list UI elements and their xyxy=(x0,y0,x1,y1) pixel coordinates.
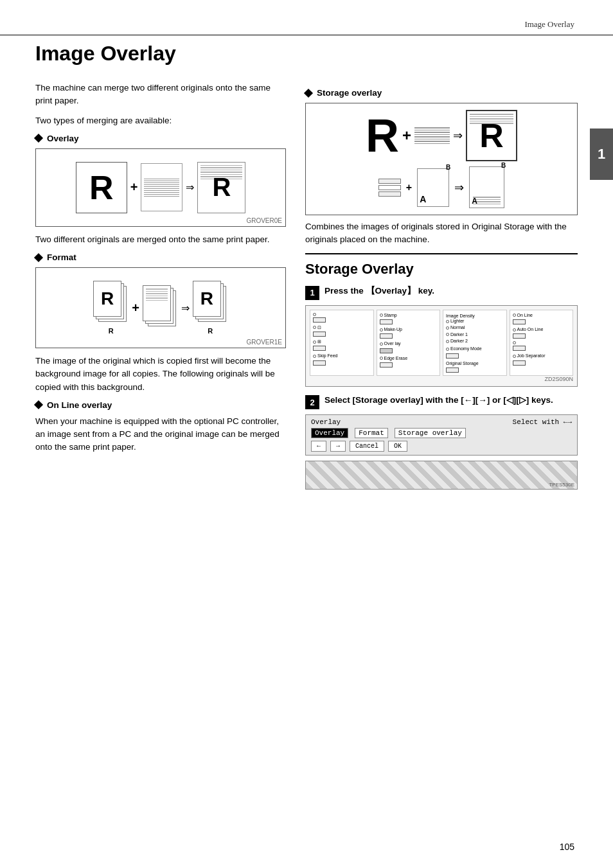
intro-text-2: Two types of merging are available: xyxy=(35,114,286,127)
text-line xyxy=(144,196,179,197)
stor-result-container: B A xyxy=(469,166,504,208)
ab-char: A xyxy=(420,194,426,204)
text-line xyxy=(144,190,179,191)
lcd-items-row: Overlay Format Storage overlay xyxy=(311,428,572,438)
lcd-btn-cancel[interactable]: Cancel xyxy=(350,441,384,452)
big-r-left: R xyxy=(76,162,127,213)
panel-label: ⊡ xyxy=(317,325,321,330)
storage-top-row: R + ⇒ xyxy=(312,110,571,161)
doc-stack-a xyxy=(378,179,401,197)
fmt-line xyxy=(146,291,168,292)
header-title: Image Overlay xyxy=(524,19,574,30)
lcd-item-overlay[interactable]: Overlay xyxy=(311,428,348,438)
fmt-line xyxy=(146,288,168,290)
fmt-r-label-right: R xyxy=(208,327,213,335)
step-2: 2 Select [Storage overlay] with the [←][… xyxy=(305,394,578,490)
stack-a xyxy=(378,179,401,197)
lcd-btn-ok[interactable]: OK xyxy=(388,441,407,452)
panel-circle xyxy=(446,340,449,343)
overlay-heading: Overlay xyxy=(35,134,286,143)
panel-density-label: Image Density xyxy=(446,314,475,318)
fmt-line xyxy=(146,297,168,299)
storage-bottom-row: + B A ⇒ B xyxy=(312,166,571,208)
panel-image-label: ZD2S090N xyxy=(310,376,573,382)
format-diagram-box: R R + xyxy=(35,267,286,348)
r-ov-line xyxy=(470,116,513,118)
ab-box-left: B A xyxy=(417,168,449,207)
page: Image Overlay 1 Image Overlay The machin… xyxy=(0,0,613,868)
storage-overlay-heading: Storage overlay xyxy=(305,88,578,98)
panel-rect xyxy=(513,346,526,351)
text-line xyxy=(144,192,179,193)
panel-item xyxy=(513,341,571,344)
panel-rect xyxy=(380,333,393,339)
ab-box-right: B A xyxy=(469,166,504,208)
format-heading-text: Format xyxy=(47,252,76,262)
panel-item: Over lay xyxy=(380,341,438,346)
panel-skip-label: Skip Feed xyxy=(317,353,338,359)
lcd-screen: Overlay Select with ←→ Overlay Format St… xyxy=(305,414,578,456)
panel-item: Original Storage xyxy=(446,361,504,366)
panel-circle xyxy=(513,341,516,344)
panel-rect xyxy=(313,360,326,366)
step-2-number: 2 xyxy=(305,395,319,409)
arrow-right-1: ⇒ xyxy=(186,181,194,193)
panel-section-1: ⊡ ⊞ xyxy=(310,310,374,376)
panel-darker2-label: Darker 2 xyxy=(450,339,468,344)
panel-circle xyxy=(513,355,516,358)
r-overlay-char: R xyxy=(212,173,231,202)
lcd-item-format[interactable]: Format xyxy=(355,428,388,438)
panel-circle xyxy=(446,326,449,330)
panel-item: Job Separator xyxy=(513,353,571,359)
overlay-diagram: R + xyxy=(44,157,278,218)
format-caption: The image of the original which is copie… xyxy=(35,355,286,394)
panel-item: Auto On Line xyxy=(513,327,571,332)
step-2-text: Select [Storage overlay] with the [←][→]… xyxy=(324,394,553,407)
online-heading-text: On Line overlay xyxy=(47,400,112,410)
panel-section-3: Image Density Lighter Normal xyxy=(443,310,507,376)
panel-item: Darker 1 xyxy=(446,332,504,337)
diamond-icon xyxy=(34,134,43,143)
fmt-stack-right xyxy=(143,285,178,330)
panel-rect xyxy=(380,362,393,368)
r-ov-line xyxy=(470,114,513,115)
format-heading: Format xyxy=(35,252,286,262)
panel-section-4: On Line Auto On Line xyxy=(510,310,574,376)
panel-circle xyxy=(380,342,383,346)
plus-operator-1: + xyxy=(130,180,138,195)
diamond-icon-2 xyxy=(34,252,43,261)
format-left-stack: R R xyxy=(93,281,129,335)
panel-edge-label: Edge Erase xyxy=(384,356,408,361)
fmt-line xyxy=(146,293,168,294)
lcd-btn-right[interactable]: → xyxy=(330,441,346,452)
page-header: Image Overlay xyxy=(0,19,613,35)
storage-overlay-title: Storage Overlay xyxy=(305,261,578,278)
panel-economy-label: Economy Mode xyxy=(450,346,482,351)
stor-tl-line xyxy=(414,141,450,142)
stor-lines-block xyxy=(414,127,450,144)
panel-lighter-label: Lighter xyxy=(450,319,464,324)
panel-circle xyxy=(313,355,316,358)
r-with-lines-box: R xyxy=(197,162,245,213)
lcd-item-storage[interactable]: Storage overlay xyxy=(395,428,466,438)
r-ov-line xyxy=(200,167,242,168)
stor-arrow-2: ⇒ xyxy=(454,181,464,195)
doc-page xyxy=(378,185,401,190)
fmt-page-r-front xyxy=(143,285,171,321)
stor-tl-line xyxy=(414,139,450,140)
text-line xyxy=(144,182,179,184)
stor-tl-line xyxy=(414,136,450,137)
page-title: Image Overlay xyxy=(35,42,578,66)
r-ov-line xyxy=(200,165,242,166)
lcd-btn-left[interactable]: ← xyxy=(311,441,326,452)
overlay-diagram-box: R + xyxy=(35,148,286,227)
text-line xyxy=(144,179,179,180)
panel-section-2: Stamp Make-Up xyxy=(377,310,441,376)
r-ov-line xyxy=(200,170,242,171)
text-line xyxy=(144,184,179,186)
panel-autoonline-label: Auto On Line xyxy=(517,327,544,332)
stor-big-r-left: R xyxy=(366,112,399,159)
panel-item: Lighter xyxy=(446,319,504,324)
r-ov-line xyxy=(470,123,513,124)
step-1-text: Press the 【Overlay】 key. xyxy=(324,285,434,297)
